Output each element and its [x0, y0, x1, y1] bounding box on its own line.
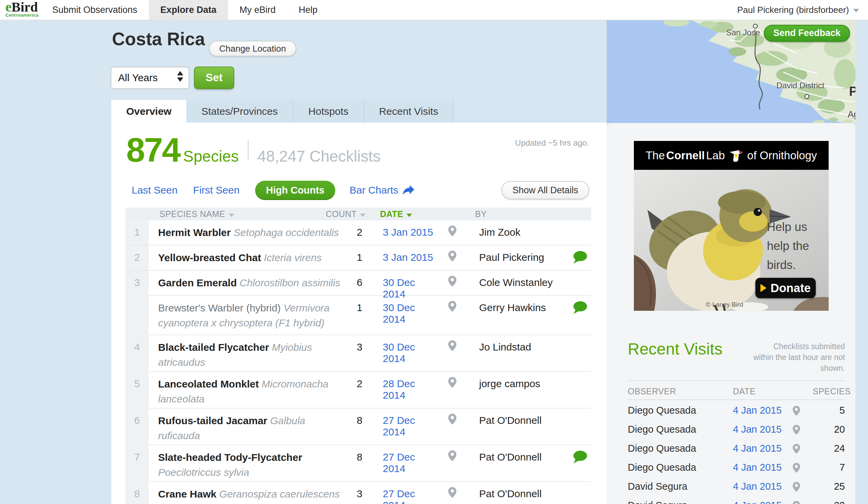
table-row: 1 Hermit Warbler Setophaga occidentalis …	[126, 220, 591, 245]
row-number: 7	[126, 445, 148, 485]
map-pin-icon[interactable]	[448, 377, 457, 388]
visit-date-link[interactable]: 4 Jan 2015	[733, 424, 792, 435]
date-link[interactable]: 27 Dec 2014	[383, 415, 415, 437]
set-button[interactable]: Set	[194, 67, 234, 89]
species-count: 874	[126, 133, 180, 167]
count-header-label: COUNT	[326, 209, 356, 219]
list-item: Diego Quesada 4 Jan 2015 20	[628, 420, 845, 439]
map-pin-icon[interactable]	[448, 450, 457, 462]
date-link[interactable]: 30 Dec 2014	[383, 302, 415, 325]
map-pin-icon[interactable]	[448, 301, 457, 312]
species-scientific-name: Icteria virens	[264, 252, 322, 263]
tab-states-provinces[interactable]: States/Provinces	[186, 100, 293, 123]
date-link[interactable]: 27 Dec 2014	[383, 488, 415, 504]
tab-bar: Overview States/Provinces Hotspots Recen…	[111, 100, 591, 123]
column-header-count[interactable]: COUNT	[326, 208, 365, 220]
comment-cell	[566, 445, 591, 485]
date-link[interactable]: 3 Jan 2015	[383, 252, 433, 263]
tab-hotspots[interactable]: Hotspots	[293, 100, 364, 123]
show-all-details-button[interactable]: Show All Details	[502, 181, 589, 199]
map-pin-cell	[441, 245, 464, 270]
map-pin-icon[interactable]	[448, 487, 457, 498]
visit-observer: Diego Quesada	[628, 462, 733, 473]
species-scientific-name: Poecilotriccus sylvia	[158, 467, 249, 478]
summary-stats: 874 Species 48,247 Checklists	[126, 133, 381, 167]
logo-subtitle: Centroamérica	[6, 12, 39, 18]
divider	[628, 400, 845, 400]
comment-cell	[566, 335, 591, 375]
visit-date-link[interactable]: 4 Jan 2015	[733, 443, 792, 454]
column-header-species-name[interactable]: SPECIES NAME	[159, 208, 234, 220]
map-pin-icon[interactable]	[792, 424, 800, 435]
page-title: Costa Rica	[112, 29, 205, 49]
filter-first-seen[interactable]: First Seen	[193, 184, 240, 196]
species-label: Species	[183, 147, 239, 165]
date-link[interactable]: 30 Dec 2014	[383, 341, 415, 364]
nav-item-submit-observations[interactable]: Submit Observations	[41, 0, 149, 20]
species-scientific-name: Geranospiza caerulescens	[219, 488, 340, 500]
forward-arrow-icon	[402, 185, 415, 195]
observer-name: Pat O'Donnell	[464, 445, 566, 485]
filter-bar-charts[interactable]: Bar Charts	[350, 184, 414, 196]
nav-item-help[interactable]: Help	[287, 0, 329, 20]
species-scientific-name: Chlorostilbon assimilis	[240, 277, 340, 288]
comment-icon[interactable]	[572, 250, 588, 264]
map-pin-icon[interactable]	[448, 250, 457, 262]
updated-timestamp: Updated ~5 hrs ago.	[515, 138, 589, 148]
species-column-header: SPECIES	[813, 386, 851, 396]
comment-icon[interactable]	[572, 301, 588, 314]
map-pin-icon[interactable]	[792, 482, 800, 492]
date-link[interactable]: 27 Dec 2014	[383, 451, 415, 474]
nav-item-my-ebird[interactable]: My eBird	[228, 0, 287, 20]
map-pin-icon[interactable]	[448, 413, 457, 425]
ebird-logo[interactable]: eBird Centroamérica	[6, 0, 39, 18]
visit-date-link[interactable]: 4 Jan 2015	[733, 481, 792, 492]
donate-button[interactable]: Donate	[755, 278, 816, 298]
filter-high-counts[interactable]: High Counts	[255, 181, 335, 200]
species-scientific-name: Setophaga occidentalis	[234, 227, 339, 238]
comment-icon[interactable]	[572, 450, 588, 464]
cornell-lab-ad[interactable]: TheCornellLab of Ornithology	[634, 141, 829, 311]
visit-species-count: 5	[813, 405, 845, 416]
send-feedback-button[interactable]: Send Feedback	[764, 25, 850, 42]
overview-panel: 874 Species 48,247 Checklists Updated ~5…	[111, 123, 607, 504]
visit-date-link[interactable]: 4 Jan 2015	[733, 500, 792, 504]
checklists-count: 48,247 Checklists	[258, 147, 381, 165]
date-link[interactable]: 28 Dec 2014	[383, 378, 415, 401]
region-map[interactable]: San Jose David District P Ag Send Feedba…	[607, 20, 856, 123]
chevron-down-icon	[853, 9, 859, 12]
species-common-name: Crane Hawk	[158, 488, 217, 500]
column-header-date[interactable]: DATE	[380, 208, 412, 220]
count-cell: 1	[345, 296, 362, 335]
map-pin-icon[interactable]	[448, 275, 457, 287]
map-pin-icon[interactable]	[792, 405, 800, 416]
visit-observer: Diego Quesada	[628, 405, 733, 416]
tab-overview[interactable]: Overview	[111, 100, 186, 123]
comment-cell	[566, 245, 591, 270]
count-cell: 2	[345, 372, 362, 411]
filter-links: Last Seen First Seen High Counts Bar Cha…	[132, 180, 415, 200]
comment-cell	[566, 372, 591, 411]
map-label-city: San Jose	[726, 28, 760, 37]
map-pin-icon[interactable]	[448, 225, 457, 237]
date-link[interactable]: 3 Jan 2015	[383, 226, 433, 238]
date-cell: 30 Dec 2014	[362, 335, 441, 375]
year-select-value: All Years	[118, 67, 158, 88]
map-pin-icon[interactable]	[792, 501, 800, 504]
count-cell: 8	[345, 445, 362, 485]
year-select[interactable]: All Years	[111, 67, 189, 89]
map-pin-icon[interactable]	[792, 444, 800, 454]
tab-recent-visits[interactable]: Recent Visits	[364, 100, 454, 123]
visit-date-link[interactable]: 4 Jan 2015	[733, 405, 792, 416]
map-pin-icon[interactable]	[792, 463, 800, 473]
user-menu[interactable]: Paul Pickering (birdsforbeer)	[737, 0, 859, 20]
column-header-by[interactable]: BY	[475, 208, 487, 220]
species-common-name: Yellow-breasted Chat	[158, 252, 261, 263]
visit-date-link[interactable]: 4 Jan 2015	[733, 462, 792, 473]
date-cell: 3 Jan 2015	[362, 220, 441, 245]
map-pin-icon[interactable]	[448, 340, 457, 352]
change-location-button[interactable]: Change Location	[209, 41, 296, 57]
filter-last-seen[interactable]: Last Seen	[132, 184, 177, 196]
species-common-name: Hermit Warbler	[158, 227, 231, 238]
nav-item-explore-data[interactable]: Explore Data	[149, 0, 228, 20]
